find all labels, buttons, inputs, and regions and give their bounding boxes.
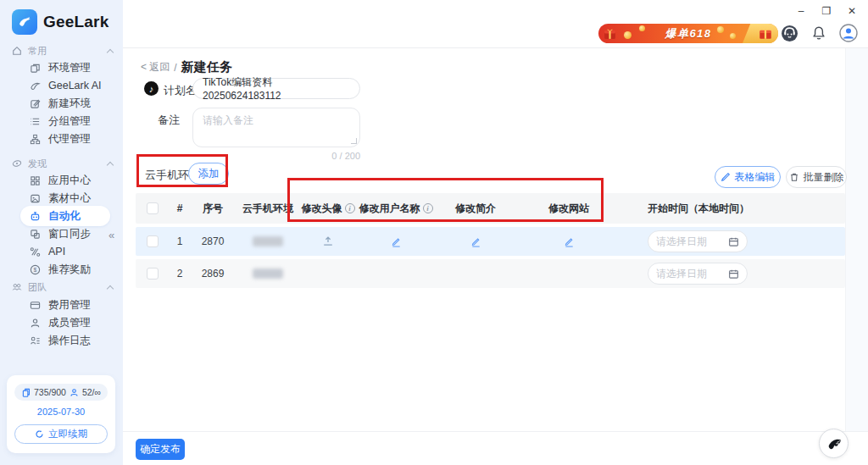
- renew-button[interactable]: 立即续期: [14, 424, 108, 444]
- robot-icon: [29, 210, 41, 222]
- back-link[interactable]: < 返回: [141, 60, 170, 75]
- sidebar-item-automation[interactable]: 自动化: [20, 206, 110, 226]
- section-discover[interactable]: 发现: [12, 155, 113, 172]
- gift-icon: [758, 25, 773, 43]
- section-team[interactable]: 团队: [12, 279, 113, 296]
- row-index: 2: [170, 268, 190, 280]
- edit-bio-icon[interactable]: [470, 236, 481, 247]
- window-controls: – ❐ ✕: [790, 3, 863, 19]
- card-icon: [29, 299, 41, 311]
- row-serial: 2869: [190, 268, 236, 280]
- tiktok-icon: ♪: [144, 81, 159, 96]
- promo-banner-618[interactable]: 爆单618: [598, 24, 778, 43]
- table-row: 2 2869 请选择日期: [136, 259, 845, 288]
- grid-icon: [29, 174, 41, 186]
- row-serial: 2870: [190, 235, 236, 247]
- chevron-up-icon: [107, 161, 114, 168]
- svg-text:$: $: [33, 267, 36, 273]
- windows-sync-icon: [29, 228, 41, 240]
- plan-name-input[interactable]: TikTok编辑资料20250624183112: [192, 78, 360, 99]
- api-icon: [29, 246, 41, 257]
- gift-icon: [603, 26, 617, 43]
- minimize-button[interactable]: –: [795, 5, 807, 17]
- select-all-checkbox[interactable]: [147, 202, 159, 214]
- usage-stats: 735/900 52/∞: [14, 384, 108, 401]
- info-icon[interactable]: i: [345, 203, 355, 213]
- sidebar-item-operation-log[interactable]: 操作日志: [20, 332, 110, 349]
- banner-text: 爆单618: [665, 26, 711, 42]
- phone-icon: [21, 388, 31, 397]
- sidebar-collapse-icon[interactable]: «: [108, 229, 114, 241]
- add-env-button[interactable]: 添加: [188, 163, 229, 185]
- sidebar-item-window-sync[interactable]: 窗口同步: [20, 225, 110, 242]
- team-icon: [12, 282, 22, 292]
- app-logo: GeeLark: [12, 9, 108, 35]
- geelark-float-button[interactable]: [819, 429, 849, 458]
- sidebar-item-members[interactable]: 成员管理: [20, 314, 110, 331]
- sidebar-item-billing[interactable]: 费用管理: [20, 296, 110, 313]
- geelark-bird-icon: [825, 435, 843, 453]
- sidebar-item-api[interactable]: API: [20, 243, 110, 260]
- col-serial: 序号: [190, 202, 236, 216]
- chevron-up-icon: [107, 285, 114, 291]
- list-icon: [29, 115, 41, 127]
- sidebar-item-group-manage[interactable]: 分组管理: [20, 113, 110, 130]
- pencil-icon: [721, 172, 731, 182]
- table-header-row: # 序号 云手机环境 修改头像i 修改用户名称i 修改简介 修改网站 开始时间（…: [136, 193, 845, 224]
- user-avatar[interactable]: [839, 24, 858, 42]
- notification-bell-icon[interactable]: [811, 25, 826, 42]
- env-name-blurred: [253, 268, 283, 279]
- home-icon: [12, 46, 22, 56]
- sidebar: GeeLark 常用 环境管理 GeeLark AI 新建环境 分组管理 代理管…: [0, 0, 123, 465]
- col-username: 修改用户名称i: [356, 202, 436, 216]
- customer-service-icon[interactable]: [781, 25, 798, 42]
- close-button[interactable]: ✕: [846, 5, 858, 17]
- page-title: 新建任务: [181, 59, 232, 75]
- person-icon: [29, 317, 41, 329]
- footer-bar: 确定发布: [123, 431, 868, 465]
- sidebar-item-new-env[interactable]: 新建环境: [20, 95, 110, 112]
- sidebar-item-material-center[interactable]: 素材中心: [20, 190, 110, 207]
- col-avatar: 修改头像i: [300, 202, 356, 216]
- upload-avatar-icon[interactable]: [322, 235, 334, 247]
- resize-handle[interactable]: [351, 138, 357, 144]
- notes-textarea[interactable]: 请输入备注: [192, 108, 360, 147]
- table-row: 1 2870 请选择日期: [136, 227, 845, 256]
- sidebar-item-proxy-manage[interactable]: 代理管理: [20, 130, 110, 147]
- app-name: GeeLark: [43, 13, 108, 31]
- col-website: 修改网站: [515, 202, 622, 216]
- bird-icon: [29, 80, 41, 91]
- log-icon: [29, 335, 41, 346]
- notes-label: 备注: [158, 113, 180, 128]
- env-name-blurred: [253, 236, 283, 246]
- squares-icon: [29, 62, 41, 74]
- edit-website-icon[interactable]: [564, 236, 575, 247]
- col-bio: 修改简介: [436, 202, 515, 216]
- row-checkbox[interactable]: [147, 268, 159, 280]
- main-content: < 返回 / 新建任务 ♪ 计划名称 TikTok编辑资料20250624183…: [123, 48, 868, 431]
- start-time-picker[interactable]: 请选择日期: [648, 230, 748, 252]
- sidebar-item-geelark-ai[interactable]: GeeLark AI: [20, 77, 110, 94]
- chevron-up-icon: [107, 48, 114, 55]
- bulk-delete-button[interactable]: 批量删除: [786, 166, 847, 188]
- usage-card: 735/900 52/∞ 2025-07-30 立即续期: [7, 375, 115, 453]
- publish-button[interactable]: 确定发布: [136, 439, 185, 460]
- sidebar-item-referral-reward[interactable]: $ 推荐奖励: [20, 261, 110, 278]
- sidebar-item-env-manage[interactable]: 环境管理: [20, 59, 110, 76]
- section-common[interactable]: 常用: [12, 42, 113, 59]
- row-checkbox[interactable]: [147, 235, 159, 247]
- restore-button[interactable]: ❐: [821, 5, 832, 17]
- start-time-picker[interactable]: 请选择日期: [648, 263, 748, 285]
- sidebar-item-app-center[interactable]: 应用中心: [20, 172, 110, 189]
- col-start-time: 开始时间（本地时间）: [622, 202, 783, 216]
- calendar-icon: [728, 236, 739, 247]
- network-icon: [29, 133, 41, 145]
- edit-username-icon[interactable]: [391, 236, 402, 247]
- scroll-gutter: [845, 48, 868, 431]
- topbar: – ❐ ✕ 爆单618: [123, 0, 868, 48]
- member-icon: [70, 388, 79, 397]
- image-icon: [29, 192, 41, 204]
- table-edit-button[interactable]: 表格编辑: [715, 166, 781, 188]
- notes-counter: 0 / 200: [192, 151, 360, 161]
- info-icon[interactable]: i: [423, 203, 433, 213]
